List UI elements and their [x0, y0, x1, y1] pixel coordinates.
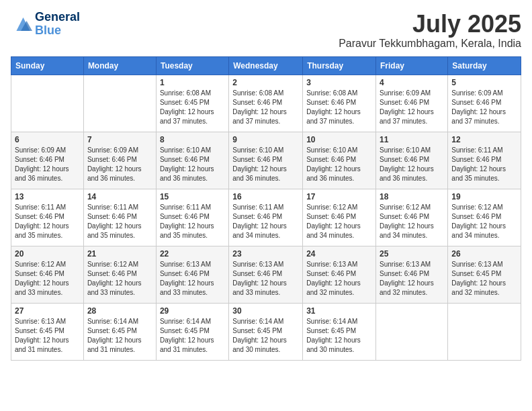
logo-line2: Blue [35, 24, 61, 37]
calendar-day-cell: 7Sunrise: 6:09 AM Sunset: 6:46 PM Daylig… [83, 132, 156, 189]
calendar-day-cell: 17Sunrise: 6:12 AM Sunset: 6:46 PM Dayli… [303, 189, 376, 246]
day-number: 24 [306, 249, 372, 259]
calendar-day-cell: 16Sunrise: 6:11 AM Sunset: 6:46 PM Dayli… [229, 189, 303, 246]
day-detail: Sunrise: 6:14 AM Sunset: 6:45 PM Dayligh… [87, 317, 152, 355]
day-number: 16 [232, 192, 299, 201]
day-number: 12 [451, 135, 517, 144]
day-number: 25 [380, 249, 444, 259]
day-detail: Sunrise: 6:11 AM Sunset: 6:46 PM Dayligh… [87, 203, 152, 240]
day-number: 3 [306, 78, 372, 87]
day-number: 11 [380, 135, 444, 144]
calendar-week-row: 1Sunrise: 6:08 AM Sunset: 6:45 PM Daylig… [11, 75, 521, 132]
day-number: 5 [451, 78, 517, 87]
day-detail: Sunrise: 6:10 AM Sunset: 6:46 PM Dayligh… [380, 146, 444, 183]
calendar-day-cell: 10Sunrise: 6:10 AM Sunset: 6:46 PM Dayli… [303, 132, 376, 189]
day-number: 14 [87, 192, 152, 201]
calendar-day-cell: 30Sunrise: 6:14 AM Sunset: 6:45 PM Dayli… [229, 303, 303, 360]
calendar-day-cell: 6Sunrise: 6:09 AM Sunset: 6:46 PM Daylig… [11, 132, 84, 189]
month-title: July 2025 [339, 11, 521, 38]
day-number: 19 [451, 192, 517, 201]
calendar-week-row: 27Sunrise: 6:13 AM Sunset: 6:45 PM Dayli… [11, 303, 521, 360]
calendar-day-cell: 21Sunrise: 6:12 AM Sunset: 6:46 PM Dayli… [83, 246, 156, 303]
calendar-day-cell: 12Sunrise: 6:11 AM Sunset: 6:46 PM Dayli… [448, 132, 521, 189]
day-detail: Sunrise: 6:09 AM Sunset: 6:46 PM Dayligh… [451, 89, 517, 126]
day-detail: Sunrise: 6:14 AM Sunset: 6:45 PM Dayligh… [232, 317, 299, 355]
day-number: 31 [306, 306, 372, 316]
calendar-day-cell: 28Sunrise: 6:14 AM Sunset: 6:45 PM Dayli… [83, 303, 156, 360]
calendar-day-cell: 29Sunrise: 6:14 AM Sunset: 6:45 PM Dayli… [156, 303, 228, 360]
day-detail: Sunrise: 6:12 AM Sunset: 6:46 PM Dayligh… [15, 260, 80, 298]
calendar-day-cell [11, 75, 84, 132]
calendar-week-row: 6Sunrise: 6:09 AM Sunset: 6:46 PM Daylig… [11, 132, 521, 189]
day-number: 28 [87, 306, 152, 316]
day-detail: Sunrise: 6:09 AM Sunset: 6:46 PM Dayligh… [87, 146, 152, 183]
day-number: 4 [380, 78, 444, 87]
calendar-day-cell: 5Sunrise: 6:09 AM Sunset: 6:46 PM Daylig… [448, 75, 521, 132]
calendar-day-cell [376, 303, 448, 360]
calendar-day-cell: 2Sunrise: 6:08 AM Sunset: 6:46 PM Daylig… [229, 75, 303, 132]
day-detail: Sunrise: 6:10 AM Sunset: 6:46 PM Dayligh… [306, 146, 372, 183]
calendar-day-cell: 18Sunrise: 6:12 AM Sunset: 6:46 PM Dayli… [376, 189, 448, 246]
logo-icon [11, 15, 32, 34]
day-detail: Sunrise: 6:14 AM Sunset: 6:45 PM Dayligh… [306, 317, 372, 355]
day-detail: Sunrise: 6:12 AM Sunset: 6:46 PM Dayligh… [451, 203, 517, 240]
day-number: 20 [15, 249, 80, 259]
day-number: 7 [87, 135, 152, 144]
day-detail: Sunrise: 6:11 AM Sunset: 6:46 PM Dayligh… [15, 203, 80, 240]
day-number: 18 [380, 192, 444, 201]
day-detail: Sunrise: 6:08 AM Sunset: 6:45 PM Dayligh… [160, 89, 225, 126]
day-detail: Sunrise: 6:10 AM Sunset: 6:46 PM Dayligh… [232, 146, 299, 183]
calendar-day-cell: 15Sunrise: 6:11 AM Sunset: 6:46 PM Dayli… [156, 189, 228, 246]
day-detail: Sunrise: 6:09 AM Sunset: 6:46 PM Dayligh… [380, 89, 444, 126]
page-header: General Blue July 2025 Paravur Tekkumbha… [11, 11, 521, 50]
day-detail: Sunrise: 6:12 AM Sunset: 6:46 PM Dayligh… [87, 260, 152, 298]
weekday-header: Saturday [448, 56, 521, 75]
day-detail: Sunrise: 6:13 AM Sunset: 6:45 PM Dayligh… [451, 260, 517, 298]
calendar-day-cell: 20Sunrise: 6:12 AM Sunset: 6:46 PM Dayli… [11, 246, 84, 303]
day-number: 26 [451, 249, 517, 259]
calendar-week-row: 13Sunrise: 6:11 AM Sunset: 6:46 PM Dayli… [11, 189, 521, 246]
calendar-day-cell: 25Sunrise: 6:13 AM Sunset: 6:46 PM Dayli… [376, 246, 448, 303]
day-detail: Sunrise: 6:13 AM Sunset: 6:46 PM Dayligh… [306, 260, 372, 298]
calendar-day-cell: 22Sunrise: 6:13 AM Sunset: 6:46 PM Dayli… [156, 246, 228, 303]
day-detail: Sunrise: 6:08 AM Sunset: 6:46 PM Dayligh… [232, 89, 299, 126]
day-detail: Sunrise: 6:10 AM Sunset: 6:46 PM Dayligh… [160, 146, 225, 183]
logo: General Blue [11, 11, 80, 38]
weekday-header: Monday [83, 56, 156, 75]
calendar-day-cell: 27Sunrise: 6:13 AM Sunset: 6:45 PM Dayli… [11, 303, 84, 360]
day-detail: Sunrise: 6:12 AM Sunset: 6:46 PM Dayligh… [380, 203, 444, 240]
calendar-day-cell [448, 303, 521, 360]
logo-text: General Blue [35, 11, 80, 38]
weekday-header: Wednesday [229, 56, 303, 75]
day-detail: Sunrise: 6:14 AM Sunset: 6:45 PM Dayligh… [160, 317, 225, 355]
day-number: 23 [232, 249, 299, 259]
calendar-day-cell: 24Sunrise: 6:13 AM Sunset: 6:46 PM Dayli… [303, 246, 376, 303]
day-number: 10 [306, 135, 372, 144]
day-number: 13 [15, 192, 80, 201]
day-detail: Sunrise: 6:13 AM Sunset: 6:46 PM Dayligh… [160, 260, 225, 298]
day-number: 22 [160, 249, 225, 259]
day-detail: Sunrise: 6:11 AM Sunset: 6:46 PM Dayligh… [232, 203, 299, 240]
calendar-day-cell: 3Sunrise: 6:08 AM Sunset: 6:46 PM Daylig… [303, 75, 376, 132]
day-detail: Sunrise: 6:13 AM Sunset: 6:46 PM Dayligh… [232, 260, 299, 298]
day-detail: Sunrise: 6:11 AM Sunset: 6:46 PM Dayligh… [160, 203, 225, 240]
calendar-day-cell: 11Sunrise: 6:10 AM Sunset: 6:46 PM Dayli… [376, 132, 448, 189]
day-number: 15 [160, 192, 225, 201]
calendar-day-cell: 31Sunrise: 6:14 AM Sunset: 6:45 PM Dayli… [303, 303, 376, 360]
weekday-header-row: SundayMondayTuesdayWednesdayThursdayFrid… [11, 56, 521, 75]
day-detail: Sunrise: 6:13 AM Sunset: 6:46 PM Dayligh… [380, 260, 444, 298]
day-number: 2 [232, 78, 299, 87]
logo-line1: General [35, 11, 80, 24]
day-number: 9 [232, 135, 299, 144]
calendar-day-cell: 4Sunrise: 6:09 AM Sunset: 6:46 PM Daylig… [376, 75, 448, 132]
day-number: 21 [87, 249, 152, 259]
location-title: Paravur Tekkumbhagam, Kerala, India [339, 38, 521, 50]
calendar-day-cell [83, 75, 156, 132]
day-detail: Sunrise: 6:09 AM Sunset: 6:46 PM Dayligh… [15, 146, 80, 183]
calendar-week-row: 20Sunrise: 6:12 AM Sunset: 6:46 PM Dayli… [11, 246, 521, 303]
day-number: 6 [15, 135, 80, 144]
calendar-day-cell: 9Sunrise: 6:10 AM Sunset: 6:46 PM Daylig… [229, 132, 303, 189]
calendar-day-cell: 23Sunrise: 6:13 AM Sunset: 6:46 PM Dayli… [229, 246, 303, 303]
weekday-header: Thursday [303, 56, 376, 75]
weekday-header: Friday [376, 56, 448, 75]
